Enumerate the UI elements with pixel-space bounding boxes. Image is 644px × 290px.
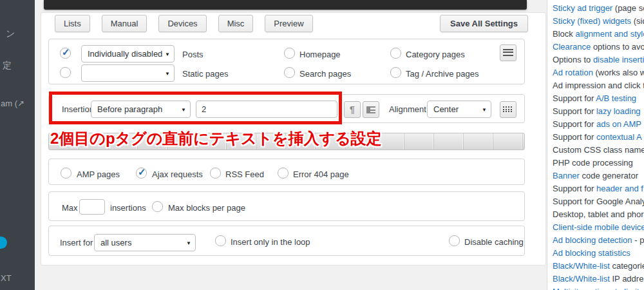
static-pages-label: Static pages [182,68,229,79]
feature-text: Support for [553,106,596,116]
tab-misc[interactable]: Misc [218,15,254,32]
special-pages-box: AMP pages Ajax requests RSS Feed Error 4… [48,159,525,185]
tag-archive-pages-checkbox[interactable] [390,67,401,78]
insert-only-in-loop-checkbox[interactable] [215,235,226,246]
feature-list-item: Support for contextual A [553,131,644,144]
feature-link[interactable]: Client-side mobile device [553,222,644,232]
max-blocks-per-page-label: Max blocks per page [168,202,245,213]
feature-list-item: Support for lazy loading [553,105,644,118]
code-editor-bar [44,0,527,10]
feature-list-item: Ad rotation (works also w [553,66,644,79]
feature-link[interactable]: Clearance [553,42,591,52]
wp-admin-sidebar: ン 定 am (↗ XT [0,0,35,290]
clearance-options-button[interactable] [363,101,379,118]
feature-link[interactable]: Multisite options to limit [553,287,639,290]
feature-text: PHP code processing [553,158,633,168]
feature-link[interactable]: Sticky (fixed) widgets [553,16,631,26]
ajax-requests-checkbox[interactable] [136,168,147,179]
feature-link[interactable]: contextual A [596,132,642,142]
feature-list-item: Banner code generator [553,169,644,182]
feature-text: IP addres [610,274,644,284]
feature-link[interactable]: Black/White-list [553,261,610,271]
feature-text: categorie [610,261,644,271]
notification-dot-icon [0,237,7,249]
sidebar-menu-fragment[interactable]: XT [1,273,12,283]
feature-link[interactable]: A/B testing [596,93,636,103]
insert-for-box: Insert for all users Insert only in the … [48,226,525,256]
sidebar-menu-fragment[interactable]: ン [6,28,15,40]
feature-list-item: Ad blocking detection - p [553,234,644,247]
error-404-label: Error 404 page [293,169,349,180]
tab-preview[interactable]: Preview [265,15,312,32]
feature-list-item: Support for A/B testing [553,92,644,105]
feature-link[interactable]: disable inserti [593,55,644,64]
homepage-checkbox[interactable] [284,48,295,59]
feature-link[interactable]: Black/White-list [553,274,610,284]
feature-text: Support for [553,93,596,103]
feature-list-item: Black/White-list categorie [553,260,644,273]
error-404-checkbox[interactable] [278,168,289,179]
posts-label: Posts [182,49,204,60]
max-label: Max [62,202,78,213]
disable-caching-checkbox[interactable] [449,235,460,246]
static-pages-checkbox[interactable] [60,67,71,78]
feature-list-item: Sticky ad trigger (page sc [553,2,644,15]
sidebar-menu-fragment[interactable]: 定 [3,60,12,72]
disable-caching-label: Disable caching [464,237,524,247]
search-pages-checkbox[interactable] [284,67,295,78]
insert-for-label: Insert for [60,237,93,248]
search-pages-label: Search pages [299,68,351,79]
max-insertions-box: Max insertions Max blocks per page [48,191,525,221]
feature-list-item: Black/White-list IP addres [553,273,644,285]
feature-link[interactable]: alignment and style [575,29,644,39]
tab-lists[interactable]: Lists [55,15,90,32]
feature-link[interactable]: Banner [553,171,580,180]
feature-link[interactable]: Ad blocking statistics [553,248,630,258]
alignment-label: Alignment [389,104,426,115]
feature-text: - p [632,235,644,245]
alignment-dropdown[interactable]: Center [427,101,491,118]
insertions-label: insertions [110,202,146,213]
feature-list-item: Custom CSS class name f [553,144,644,157]
feature-text: Support for [553,184,596,193]
insert-only-in-loop-label: Insert only in the loop [231,237,310,247]
category-pages-label: Category pages [406,49,465,60]
feature-text: (page sc [612,3,644,13]
feature-text: code generator [580,171,638,180]
posts-checkbox[interactable] [60,48,71,59]
feature-list-item: PHP code processing [553,157,644,169]
feature-text: Support for Google Analy [553,197,644,206]
tab-devices[interactable]: Devices [158,15,206,32]
feature-text: Desktop, tablet and phor [553,209,644,219]
insert-for-dropdown[interactable]: all users [94,234,196,251]
save-all-settings-button[interactable]: Save All Settings [440,15,528,32]
feature-text: Options to [553,55,593,64]
feature-text: Custom CSS class name f [553,145,644,155]
amp-pages-checkbox[interactable] [61,168,71,179]
list-menu-button[interactable] [500,44,516,61]
feature-link[interactable]: lazy loading [596,106,641,116]
feature-list-item: Ad impression and click t [553,79,644,92]
feature-text: Block [553,29,575,39]
feature-link[interactable]: Ad blocking detection [553,235,632,245]
feature-link[interactable]: Ad rotation [553,68,593,77]
static-pages-display-mode-dropdown[interactable] [81,64,175,82]
feature-link[interactable]: ads on AMP [596,119,641,129]
feature-list: Sticky ad trigger (page sc Sticky (fixed… [547,0,644,290]
max-blocks-per-page-checkbox[interactable] [152,201,163,212]
feature-link[interactable]: header and f [596,184,643,193]
paragraph-counting-button[interactable]: ¶ [344,101,361,118]
max-insertions-input[interactable] [79,199,105,215]
sidebar-menu-fragment-external-link[interactable]: am (↗ [1,99,24,108]
category-pages-checkbox[interactable] [390,48,401,59]
feature-list-item: Options to disable inserti [553,53,644,66]
code-editor-button[interactable] [500,101,516,118]
feature-list-item: Clearance options to avo [553,41,644,53]
tab-manual[interactable]: Manual [102,15,147,32]
feature-list-item: Ad blocking statistics [553,247,644,260]
feature-list-item: Multisite options to limit [553,285,644,290]
posts-display-mode-dropdown[interactable]: Individually disabled [81,45,175,63]
feature-link[interactable]: Sticky ad trigger [553,3,612,13]
rss-feed-checkbox[interactable] [210,168,221,179]
feature-list-item: Support for ads on AMP [553,118,644,131]
